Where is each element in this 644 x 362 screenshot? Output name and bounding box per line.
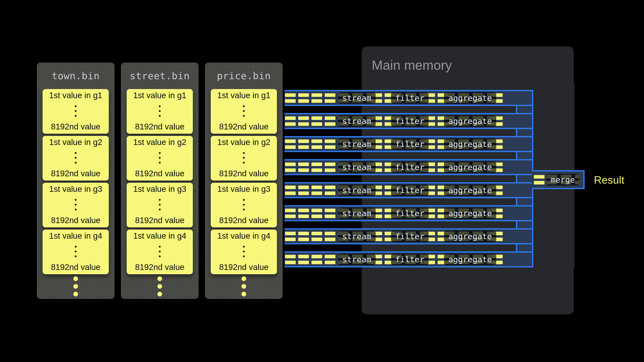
chunk-bar [325, 209, 336, 212]
chunk-bar [312, 191, 322, 195]
data-chunk-icon [325, 116, 336, 126]
continuation-dot [242, 284, 246, 289]
ellipsis-dot [75, 256, 76, 257]
stream-operator-label: stream [342, 209, 371, 218]
chunk-bar [285, 191, 296, 195]
ellipsis-dot [75, 105, 76, 107]
ellipsis-dot [159, 152, 161, 154]
group-first-value-label: 1st value in g1 [217, 91, 270, 100]
data-chunk-icon [312, 139, 322, 149]
file-column: street.bin1st value in g18192nd value1st… [121, 62, 198, 299]
chunk-bar [285, 139, 296, 143]
stream-operator-label: stream [342, 232, 371, 241]
aggregate-operator-box: aggregate [444, 184, 496, 196]
value-group-block: 1st value in g18192nd value [42, 89, 109, 134]
chunk-bar [298, 168, 309, 172]
file-header: price.bin [205, 62, 283, 89]
ellipsis-dot [159, 162, 161, 164]
value-group-block: 1st value in g48192nd value [211, 230, 277, 274]
chunk-bar [325, 255, 336, 258]
chunk-bar [285, 209, 296, 212]
stream-operator-box: stream [338, 254, 376, 265]
file-column: price.bin1st value in g18192nd value1st … [205, 62, 283, 299]
ellipsis-dot [243, 251, 245, 252]
chunk-bar [298, 238, 309, 241]
file-name-label: price.bin [217, 70, 271, 81]
filter-operator-label: filter [395, 116, 424, 126]
group-last-value-label: 8192nd value [135, 122, 184, 131]
group-last-value-label: 8192nd value [219, 122, 268, 131]
ellipsis-dot [243, 115, 245, 117]
data-chunk-icon [285, 93, 296, 103]
ellipsis-dot [243, 157, 245, 159]
data-chunk-icon [325, 255, 336, 264]
chunk-bar [285, 168, 296, 172]
data-chunk-icon [298, 232, 309, 241]
chunk-bar [325, 162, 336, 166]
ellipsis-dot [243, 209, 245, 210]
data-chunk-icon [285, 186, 296, 195]
chunk-bar [325, 215, 336, 218]
filter-operator-box: filter [391, 184, 429, 196]
chunk-bar [325, 261, 336, 264]
vertical-ellipsis [159, 246, 161, 257]
vertical-ellipsis [75, 246, 76, 257]
chunk-bar [285, 186, 296, 189]
ellipsis-dot [243, 110, 245, 112]
aggregate-operator-label: aggregate [448, 139, 492, 149]
continuation-dot [158, 284, 162, 289]
pipeline-row: streamfilteraggregate [284, 90, 533, 106]
ellipsis-dot [75, 162, 76, 164]
data-chunk-icon [534, 175, 544, 184]
column-continuation-dots [121, 276, 198, 296]
value-group-block: 1st value in g38192nd value [127, 183, 193, 227]
aggregate-operator-box: aggregate [444, 115, 496, 127]
ellipsis-dot [75, 209, 76, 210]
value-group-block: 1st value in g18192nd value [211, 89, 277, 134]
ellipsis-dot [243, 152, 245, 154]
vertical-ellipsis [243, 152, 245, 164]
file-column: town.bin1st value in g18192nd value1st v… [37, 62, 114, 299]
group-last-value-label: 8192nd value [51, 216, 100, 225]
aggregate-operator-box: aggregate [444, 231, 496, 242]
data-chunk-icon [325, 209, 336, 218]
group-first-value-label: 1st value in g1 [49, 91, 102, 100]
group-last-value-label: 8192nd value [135, 216, 184, 225]
ellipsis-dot [243, 199, 245, 201]
data-chunk-icon [298, 209, 309, 218]
stream-operator-label: stream [342, 162, 371, 172]
data-chunk-icon [325, 232, 336, 241]
column-continuation-dots [205, 276, 283, 296]
pipeline-row: streamfilteraggregate [284, 136, 533, 152]
aggregate-operator-box: aggregate [444, 208, 496, 219]
chunk-bar [298, 209, 309, 212]
chunk-bar [325, 145, 336, 149]
data-chunk-icon [312, 162, 322, 172]
file-header: town.bin [37, 62, 114, 89]
value-group-block: 1st value in g48192nd value [127, 230, 193, 274]
filter-operator-box: filter [391, 231, 429, 242]
vertical-ellipsis [75, 199, 76, 210]
filter-operator-box: filter [391, 92, 429, 104]
chunk-bar [312, 261, 322, 264]
data-chunk-icon [312, 209, 322, 218]
ellipsis-dot [243, 256, 245, 257]
ellipsis-dot [75, 115, 76, 117]
ellipsis-dot [75, 157, 76, 159]
data-chunk-icon [325, 139, 336, 149]
data-chunk-icon [285, 255, 296, 264]
stream-operator-box: stream [338, 208, 376, 219]
stream-operator-box: stream [338, 231, 376, 242]
chunk-bar [312, 238, 322, 241]
ellipsis-dot [159, 204, 161, 206]
stream-operator-box: stream [338, 115, 376, 127]
data-chunk-icon [312, 232, 322, 241]
data-chunk-icon [325, 186, 336, 195]
filter-operator-label: filter [395, 209, 424, 218]
chunk-bar [312, 215, 322, 218]
group-last-value-label: 8192nd value [51, 122, 100, 131]
ellipsis-dot [243, 162, 245, 164]
chunk-bar [298, 261, 309, 264]
chunk-bar [298, 162, 309, 166]
ellipsis-dot [159, 110, 161, 112]
